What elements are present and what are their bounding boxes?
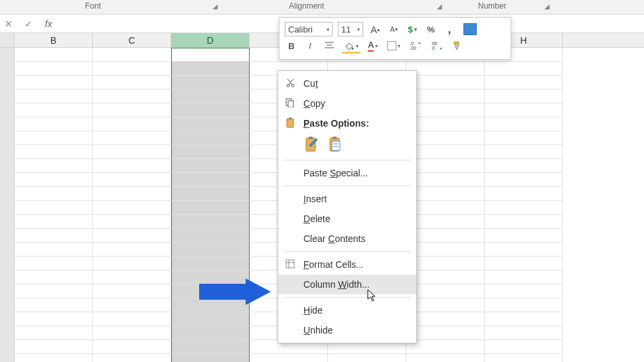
row-header[interactable] bbox=[0, 326, 15, 340]
borders-button[interactable]: ▾ bbox=[385, 39, 402, 52]
cell[interactable] bbox=[406, 229, 485, 243]
context-menu-hide[interactable]: Hide bbox=[278, 300, 416, 320]
cell[interactable] bbox=[171, 340, 250, 354]
row-header[interactable] bbox=[0, 90, 15, 103]
cell[interactable] bbox=[406, 187, 485, 201]
cell[interactable] bbox=[485, 243, 563, 257]
column-header-B[interactable]: B bbox=[15, 33, 93, 47]
row-header[interactable] bbox=[0, 103, 15, 117]
cell[interactable] bbox=[15, 257, 93, 271]
cell[interactable] bbox=[406, 312, 485, 326]
cell[interactable] bbox=[485, 271, 563, 284]
cell[interactable] bbox=[171, 159, 250, 173]
cell[interactable] bbox=[406, 103, 485, 117]
context-menu-cut[interactable]: Cut bbox=[278, 74, 416, 93]
cell[interactable] bbox=[15, 284, 93, 298]
cell[interactable] bbox=[15, 62, 93, 76]
accounting-format-button[interactable]: $▾ bbox=[406, 23, 419, 36]
cell[interactable] bbox=[15, 131, 93, 145]
cell[interactable] bbox=[15, 326, 93, 340]
row-header[interactable] bbox=[0, 354, 15, 362]
font-name-select[interactable]: Calibri▾ bbox=[285, 22, 333, 36]
row-header[interactable] bbox=[0, 145, 15, 159]
column-header-D[interactable]: D bbox=[171, 33, 250, 47]
cell[interactable] bbox=[93, 215, 171, 229]
cell[interactable] bbox=[171, 173, 250, 187]
row-header[interactable] bbox=[0, 271, 15, 284]
cell[interactable] bbox=[406, 298, 485, 312]
cell[interactable] bbox=[15, 159, 93, 173]
cell[interactable] bbox=[15, 90, 93, 103]
cell[interactable] bbox=[171, 103, 250, 117]
context-menu-column-width[interactable]: Column Width... bbox=[278, 274, 416, 294]
row-header[interactable] bbox=[0, 131, 15, 145]
cell[interactable] bbox=[406, 326, 485, 340]
cell[interactable] bbox=[15, 271, 93, 284]
context-menu-copy[interactable]: Copy bbox=[278, 93, 416, 113]
cell[interactable] bbox=[15, 187, 93, 201]
row-header[interactable] bbox=[0, 257, 15, 271]
cell[interactable] bbox=[93, 298, 171, 312]
cell[interactable] bbox=[15, 298, 93, 312]
row-header[interactable] bbox=[0, 201, 15, 215]
format-painter-icon[interactable] bbox=[450, 39, 465, 52]
cell[interactable] bbox=[485, 201, 563, 215]
cell[interactable] bbox=[406, 271, 485, 284]
cell[interactable] bbox=[406, 354, 485, 362]
cell[interactable] bbox=[406, 340, 485, 354]
row-header[interactable] bbox=[0, 340, 15, 354]
cell[interactable] bbox=[406, 76, 485, 90]
cell[interactable] bbox=[406, 90, 485, 103]
row-header[interactable] bbox=[0, 284, 15, 298]
cell[interactable] bbox=[485, 215, 563, 229]
cell[interactable] bbox=[93, 229, 171, 243]
cell[interactable] bbox=[93, 76, 171, 90]
ribbon-launcher-font[interactable]: ◢ bbox=[212, 3, 218, 10]
fx-label[interactable]: fx bbox=[42, 19, 54, 29]
enter-icon[interactable]: ✓ bbox=[23, 19, 35, 29]
cell[interactable] bbox=[15, 243, 93, 257]
increase-font-icon[interactable]: A▴ bbox=[368, 23, 382, 36]
cell[interactable] bbox=[485, 257, 563, 271]
row-header[interactable] bbox=[0, 187, 15, 201]
cell[interactable] bbox=[485, 312, 563, 326]
cell[interactable] bbox=[15, 354, 93, 362]
cell[interactable] bbox=[15, 76, 93, 90]
row-header[interactable] bbox=[0, 159, 15, 173]
cell[interactable] bbox=[485, 117, 563, 131]
row-header[interactable] bbox=[0, 229, 15, 243]
paste-icon[interactable] bbox=[303, 135, 321, 155]
cell[interactable] bbox=[93, 271, 171, 284]
cell[interactable] bbox=[93, 117, 171, 131]
cell[interactable] bbox=[485, 187, 563, 201]
cell[interactable] bbox=[171, 201, 250, 215]
cell[interactable] bbox=[93, 48, 171, 62]
column-header-C[interactable]: C bbox=[93, 33, 171, 47]
cell[interactable] bbox=[485, 298, 563, 312]
row-header[interactable] bbox=[0, 62, 15, 76]
ribbon-launcher-number[interactable]: ◢ bbox=[544, 3, 550, 10]
row-header[interactable] bbox=[0, 117, 15, 131]
font-size-select[interactable]: 11▾ bbox=[338, 22, 363, 36]
cell[interactable] bbox=[250, 354, 328, 362]
row-header[interactable] bbox=[0, 298, 15, 312]
cell[interactable] bbox=[406, 117, 485, 131]
row-header[interactable] bbox=[0, 215, 15, 229]
cell[interactable] bbox=[406, 131, 485, 145]
font-color-button[interactable]: A▾ bbox=[366, 39, 380, 52]
fill-color-button[interactable]: ▾ bbox=[342, 39, 361, 52]
cell[interactable] bbox=[15, 145, 93, 159]
cell[interactable] bbox=[171, 326, 250, 340]
cell[interactable] bbox=[406, 62, 485, 76]
cell[interactable] bbox=[93, 173, 171, 187]
cell[interactable] bbox=[171, 312, 250, 326]
cell[interactable] bbox=[406, 215, 485, 229]
cell[interactable] bbox=[328, 354, 406, 362]
cell[interactable] bbox=[15, 201, 93, 215]
cell[interactable] bbox=[93, 62, 171, 76]
cell[interactable] bbox=[485, 145, 563, 159]
cell[interactable] bbox=[406, 145, 485, 159]
cell[interactable] bbox=[485, 173, 563, 187]
cell[interactable] bbox=[93, 159, 171, 173]
cell[interactable] bbox=[485, 131, 563, 145]
